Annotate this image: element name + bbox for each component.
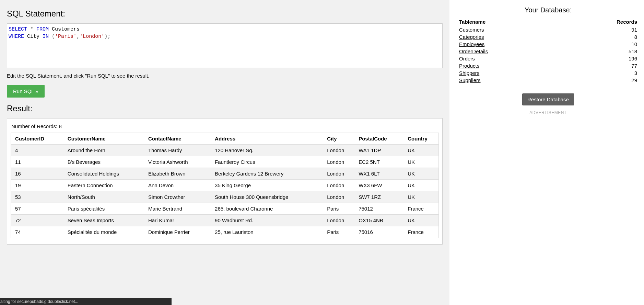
table-cell: UK [403, 215, 438, 226]
db-table-row: Products77 [459, 62, 637, 69]
db-table-records: 91 [529, 26, 637, 33]
side-panel: Your Database: Tablename Records Custome… [449, 0, 644, 305]
db-table-row: Customers91 [459, 26, 637, 33]
db-table-records: 3 [529, 69, 637, 77]
main-panel: SQL Statement: SELECT * FROM Customers W… [0, 0, 449, 305]
db-table-link[interactable]: OrderDetails [459, 48, 488, 54]
table-cell: Spécialités du monde [63, 226, 144, 238]
db-table-link[interactable]: Shippers [459, 70, 479, 76]
column-header: ContactName [144, 133, 211, 145]
db-header-name: Tablename [459, 18, 529, 26]
table-cell: 75012 [354, 203, 403, 215]
db-table-link[interactable]: Categories [459, 34, 484, 40]
column-header: Address [211, 133, 323, 145]
table-cell: 120 Hanover Sq. [211, 145, 323, 156]
table-row: 53North/SouthSimon CrowtherSouth House 3… [11, 191, 439, 203]
db-table-records: 196 [529, 55, 637, 62]
table-cell: WA1 1DP [354, 145, 403, 156]
table-cell: 57 [11, 203, 63, 215]
table-cell: 25, rue Lauriston [211, 226, 323, 238]
column-header: CustomerID [11, 133, 63, 145]
table-cell: EC2 5NT [354, 156, 403, 168]
table-cell: South House 300 Queensbridge [211, 191, 323, 203]
result-box: Number of Records: 8 CustomerIDCustomerN… [7, 118, 443, 245]
table-cell: Paris spécialités [63, 203, 144, 215]
table-row: 74Spécialités du mondeDominique Perrier2… [11, 226, 439, 238]
table-cell: 74 [11, 226, 63, 238]
table-cell: 16 [11, 168, 63, 180]
table-cell: 75016 [354, 226, 403, 238]
run-sql-button[interactable]: Run SQL » [7, 85, 45, 98]
table-cell: 90 Wadhurst Rd. [211, 215, 323, 226]
column-header: PostalCode [354, 133, 403, 145]
column-header: City [323, 133, 354, 145]
table-cell: Ann Devon [144, 180, 211, 191]
db-table-records: 29 [529, 77, 637, 84]
table-cell: London [323, 180, 354, 191]
db-table-link[interactable]: Products [459, 63, 479, 69]
table-cell: B's Beverages [63, 156, 144, 168]
table-cell: UK [403, 168, 438, 180]
table-cell: France [403, 203, 438, 215]
table-row: 16Consolidated HoldingsElizabeth BrownBe… [11, 168, 439, 180]
db-table-row: Shippers3 [459, 69, 637, 77]
db-table-link[interactable]: Orders [459, 56, 475, 61]
sql-statement-heading: SQL Statement: [7, 9, 443, 19]
table-cell: North/South [63, 191, 144, 203]
your-database-heading: Your Database: [459, 6, 637, 14]
advertisement-label: ADVERTISEMENT [459, 110, 637, 115]
db-table-row: Categories8 [459, 33, 637, 41]
table-cell: Paris [323, 203, 354, 215]
table-cell: 72 [11, 215, 63, 226]
table-cell: 265, boulevard Charonne [211, 203, 323, 215]
table-row: 57Paris spécialitésMarie Bertrand265, bo… [11, 203, 439, 215]
table-cell: Fauntleroy Circus [211, 156, 323, 168]
table-cell: Victoria Ashworth [144, 156, 211, 168]
table-cell: Seven Seas Imports [63, 215, 144, 226]
db-table-records: 10 [529, 41, 637, 48]
table-cell: OX15 4NB [354, 215, 403, 226]
table-row: 11B's BeveragesVictoria AshworthFauntler… [11, 156, 439, 168]
result-table: CustomerIDCustomerNameContactNameAddress… [11, 133, 439, 238]
table-cell: 19 [11, 180, 63, 191]
db-table-row: OrderDetails518 [459, 48, 637, 55]
table-cell: Dominique Perrier [144, 226, 211, 238]
restore-database-button[interactable]: Restore Database [522, 93, 574, 105]
column-header: Country [403, 133, 438, 145]
table-cell: 53 [11, 191, 63, 203]
db-header-records: Records [529, 18, 637, 26]
table-cell: Consolidated Holdings [63, 168, 144, 180]
db-table-records: 518 [529, 48, 637, 55]
table-cell: Eastern Connection [63, 180, 144, 191]
table-cell: 11 [11, 156, 63, 168]
db-table-row: Orders196 [459, 55, 637, 62]
table-cell: Hari Kumar [144, 215, 211, 226]
table-cell: 35 King George [211, 180, 323, 191]
table-cell: WX1 6LT [354, 168, 403, 180]
table-row: 4Around the HornThomas Hardy120 Hanover … [11, 145, 439, 156]
db-table-records: 77 [529, 62, 637, 69]
table-cell: SW7 1RZ [354, 191, 403, 203]
db-table-link[interactable]: Customers [459, 27, 484, 33]
table-row: 72Seven Seas ImportsHari Kumar90 Wadhurs… [11, 215, 439, 226]
database-tables-list: Tablename Records Customers91Categories8… [459, 18, 637, 84]
db-table-link[interactable]: Suppliers [459, 77, 481, 83]
column-header: CustomerName [63, 133, 144, 145]
db-table-records: 8 [529, 33, 637, 41]
db-table-link[interactable]: Employees [459, 41, 484, 47]
table-cell: London [323, 168, 354, 180]
table-cell: UK [403, 145, 438, 156]
table-cell: London [323, 191, 354, 203]
table-cell: UK [403, 191, 438, 203]
table-cell: 4 [11, 145, 63, 156]
table-cell: WX3 6FW [354, 180, 403, 191]
table-cell: France [403, 226, 438, 238]
table-cell: London [323, 156, 354, 168]
sql-editor[interactable]: SELECT * FROM Customers WHERE City IN ('… [7, 23, 443, 68]
result-heading: Result: [7, 104, 443, 113]
table-cell: Thomas Hardy [144, 145, 211, 156]
record-count: Number of Records: 8 [11, 123, 439, 129]
table-cell: Elizabeth Brown [144, 168, 211, 180]
table-cell: Berkeley Gardens 12 Brewery [211, 168, 323, 180]
table-cell: London [323, 215, 354, 226]
